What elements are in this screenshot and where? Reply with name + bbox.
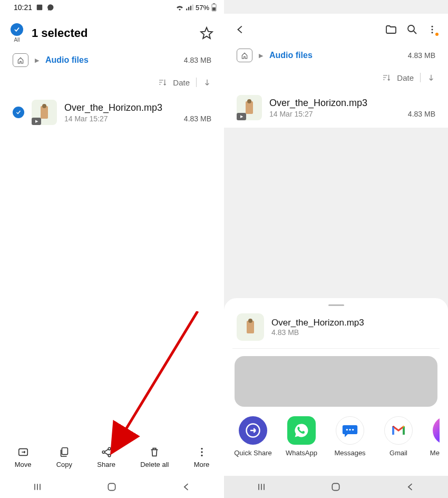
quickshare-app[interactable]: Quick Share [235, 416, 271, 467]
gmail-icon [384, 416, 413, 445]
file-item[interactable]: ▶ Over_the_Horizon.mp3 14 Mar 15:27 4.83… [0, 92, 224, 132]
back-button[interactable] [405, 482, 416, 492]
sort-direction-icon[interactable] [203, 78, 211, 87]
back-icon[interactable] [235, 24, 246, 35]
svg-rect-4 [192, 5, 193, 11]
svg-point-19 [432, 26, 433, 27]
svg-rect-7 [212, 7, 216, 11]
file-size: 4.83 MB [184, 114, 211, 123]
svg-rect-27 [403, 426, 405, 435]
gmail-app[interactable]: Gmail [380, 416, 417, 467]
recents-button[interactable] [32, 482, 43, 492]
copy-button[interactable]: Copy [56, 446, 72, 468]
star-icon[interactable] [200, 26, 213, 40]
breadcrumb: ▶ Audio files 4.83 MB [224, 45, 448, 68]
svg-point-24 [349, 429, 350, 430]
svg-point-20 [432, 29, 433, 31]
action-bar: Move Copy Share Delete all More [0, 441, 224, 476]
separator [420, 73, 421, 82]
file-thumbnail [237, 313, 264, 341]
play-icon: ▶ [237, 113, 246, 120]
chat-icon [47, 4, 54, 11]
svg-point-13 [201, 448, 202, 449]
nearby-share-preview[interactable] [235, 356, 437, 407]
svg-rect-3 [190, 6, 191, 11]
svg-rect-0 [37, 5, 43, 11]
home-button[interactable] [237, 49, 252, 62]
share-button[interactable]: Share [97, 446, 115, 468]
svg-rect-6 [213, 3, 215, 4]
svg-point-14 [201, 451, 202, 453]
file-item[interactable]: ▶ Over_the_Horizon.mp3 14 Mar 15:27 4.83… [224, 88, 448, 128]
move-button[interactable]: Move [15, 446, 32, 468]
svg-point-25 [352, 429, 354, 430]
folder-size: 4.83 MB [184, 56, 211, 64]
svg-rect-1 [186, 8, 187, 10]
messenger-app[interactable]: Messenger Chats [428, 416, 440, 467]
svg-rect-16 [109, 483, 115, 490]
selection-header: All 1 selected [0, 14, 224, 50]
svg-point-15 [201, 455, 202, 456]
sort-bar: Date [224, 68, 448, 88]
share-file-row: Over_the_Horizon.mp3 4.83 MB [232, 311, 440, 349]
file-size: 4.83 MB [408, 110, 435, 118]
wifi-icon [176, 4, 184, 11]
check-icon [11, 23, 23, 36]
svg-rect-28 [333, 483, 339, 490]
svg-point-21 [432, 32, 433, 33]
sort-icon[interactable] [158, 78, 167, 87]
sort-direction-icon[interactable] [427, 73, 435, 82]
file-thumbnail: ▶ [32, 100, 57, 125]
home-button[interactable] [330, 482, 341, 492]
breadcrumb-label[interactable]: Audio files [45, 55, 89, 65]
messages-icon [336, 416, 364, 445]
chevron-right-icon: ▶ [35, 57, 39, 64]
delete-button[interactable]: Delete all [140, 446, 169, 468]
clock: 10:21 [14, 3, 32, 12]
page-title: 1 selected [32, 26, 191, 40]
file-name: Over_the_Horizon.mp3 [269, 98, 435, 109]
share-sheet[interactable]: Over_the_Horizon.mp3 4.83 MB Quick Share… [224, 298, 448, 476]
home-button[interactable] [106, 482, 117, 492]
search-icon[interactable] [406, 23, 418, 36]
messages-app[interactable]: Messages [332, 416, 368, 467]
chevron-right-icon: ▶ [259, 52, 263, 59]
nav-bar [0, 476, 224, 498]
breadcrumb-label[interactable]: Audio files [269, 51, 313, 60]
whatsapp-icon [287, 416, 316, 445]
back-button[interactable] [181, 482, 192, 492]
svg-line-17 [124, 311, 198, 433]
nav-bar [224, 476, 448, 498]
battery-icon [211, 3, 217, 12]
battery-pct: 57% [196, 4, 209, 12]
whatsapp-app[interactable]: WhatsApp [283, 416, 320, 467]
breadcrumb: ▶ Audio files 4.83 MB [0, 50, 224, 72]
play-icon: ▶ [32, 118, 41, 125]
file-name: Over_the_Horizon.mp3 [64, 102, 211, 113]
select-all-button[interactable]: All [11, 23, 23, 43]
image-icon [36, 4, 43, 11]
share-file-name: Over_the_Horizon.mp3 [271, 318, 364, 328]
folder-size: 4.83 MB [408, 51, 435, 60]
sort-label[interactable]: Date [173, 78, 190, 87]
drag-handle[interactable] [328, 304, 344, 306]
svg-rect-2 [188, 7, 189, 10]
more-button[interactable]: More [194, 446, 210, 468]
sort-label[interactable]: Date [397, 73, 414, 82]
messenger-icon [433, 416, 440, 445]
sort-icon[interactable] [382, 73, 391, 82]
sort-bar: Date [0, 72, 224, 92]
svg-rect-9 [62, 448, 67, 455]
folder-icon[interactable] [385, 23, 397, 36]
annotation-arrow [105, 311, 211, 459]
file-date: 14 Mar 15:27 [64, 114, 108, 123]
home-button[interactable] [13, 53, 28, 67]
file-thumbnail: ▶ [237, 95, 262, 120]
check-icon[interactable] [13, 107, 24, 118]
signal-icon [186, 4, 193, 11]
notification-dot [435, 33, 439, 36]
recents-button[interactable] [256, 482, 267, 492]
status-bar: 10:21 57% [0, 0, 224, 14]
share-apps: Quick Share WhatsApp Messages [232, 416, 440, 467]
svg-rect-26 [392, 426, 394, 435]
